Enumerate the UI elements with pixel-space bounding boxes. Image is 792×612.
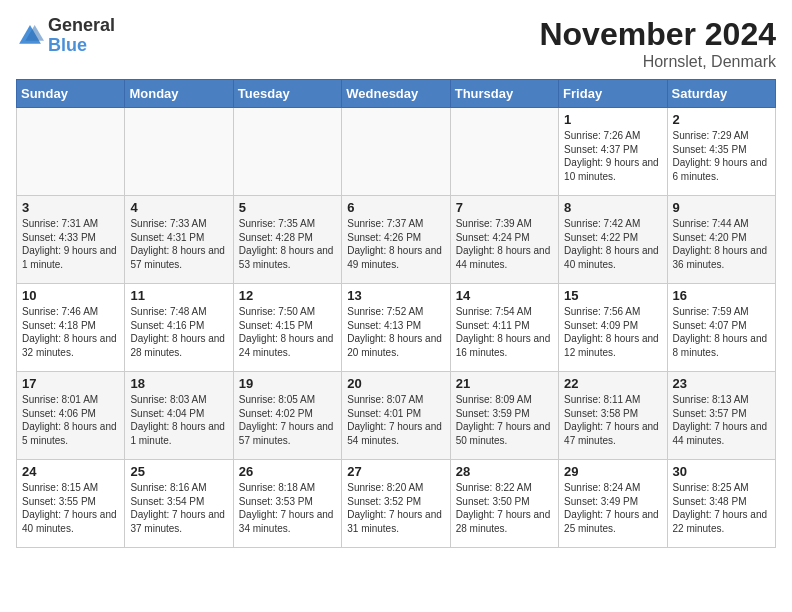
- day-cell: 11Sunrise: 7:48 AM Sunset: 4:16 PM Dayli…: [125, 284, 233, 372]
- week-row-4: 17Sunrise: 8:01 AM Sunset: 4:06 PM Dayli…: [17, 372, 776, 460]
- day-number: 19: [239, 376, 336, 391]
- day-cell: 3Sunrise: 7:31 AM Sunset: 4:33 PM Daylig…: [17, 196, 125, 284]
- day-cell: 15Sunrise: 7:56 AM Sunset: 4:09 PM Dayli…: [559, 284, 667, 372]
- header-row: SundayMondayTuesdayWednesdayThursdayFrid…: [17, 80, 776, 108]
- day-cell: 4Sunrise: 7:33 AM Sunset: 4:31 PM Daylig…: [125, 196, 233, 284]
- weekday-header-friday: Friday: [559, 80, 667, 108]
- day-cell: 8Sunrise: 7:42 AM Sunset: 4:22 PM Daylig…: [559, 196, 667, 284]
- calendar-table: SundayMondayTuesdayWednesdayThursdayFrid…: [16, 79, 776, 548]
- logo-icon: [16, 22, 44, 50]
- day-number: 13: [347, 288, 444, 303]
- day-cell: 23Sunrise: 8:13 AM Sunset: 3:57 PM Dayli…: [667, 372, 775, 460]
- day-cell: 25Sunrise: 8:16 AM Sunset: 3:54 PM Dayli…: [125, 460, 233, 548]
- day-info: Sunrise: 8:11 AM Sunset: 3:58 PM Dayligh…: [564, 393, 661, 447]
- day-number: 14: [456, 288, 553, 303]
- day-number: 4: [130, 200, 227, 215]
- day-info: Sunrise: 7:26 AM Sunset: 4:37 PM Dayligh…: [564, 129, 661, 183]
- week-row-3: 10Sunrise: 7:46 AM Sunset: 4:18 PM Dayli…: [17, 284, 776, 372]
- day-info: Sunrise: 8:07 AM Sunset: 4:01 PM Dayligh…: [347, 393, 444, 447]
- day-cell: 12Sunrise: 7:50 AM Sunset: 4:15 PM Dayli…: [233, 284, 341, 372]
- day-number: 23: [673, 376, 770, 391]
- day-info: Sunrise: 7:52 AM Sunset: 4:13 PM Dayligh…: [347, 305, 444, 359]
- weekday-header-thursday: Thursday: [450, 80, 558, 108]
- day-cell: 24Sunrise: 8:15 AM Sunset: 3:55 PM Dayli…: [17, 460, 125, 548]
- day-info: Sunrise: 7:50 AM Sunset: 4:15 PM Dayligh…: [239, 305, 336, 359]
- weekday-header-sunday: Sunday: [17, 80, 125, 108]
- day-number: 8: [564, 200, 661, 215]
- weekday-header-monday: Monday: [125, 80, 233, 108]
- day-info: Sunrise: 8:25 AM Sunset: 3:48 PM Dayligh…: [673, 481, 770, 535]
- day-cell: 17Sunrise: 8:01 AM Sunset: 4:06 PM Dayli…: [17, 372, 125, 460]
- day-number: 16: [673, 288, 770, 303]
- day-cell: 5Sunrise: 7:35 AM Sunset: 4:28 PM Daylig…: [233, 196, 341, 284]
- day-info: Sunrise: 7:59 AM Sunset: 4:07 PM Dayligh…: [673, 305, 770, 359]
- day-number: 15: [564, 288, 661, 303]
- day-number: 1: [564, 112, 661, 127]
- weekday-header-tuesday: Tuesday: [233, 80, 341, 108]
- weekday-header-saturday: Saturday: [667, 80, 775, 108]
- day-number: 17: [22, 376, 119, 391]
- day-info: Sunrise: 8:24 AM Sunset: 3:49 PM Dayligh…: [564, 481, 661, 535]
- day-number: 30: [673, 464, 770, 479]
- day-cell: 10Sunrise: 7:46 AM Sunset: 4:18 PM Dayli…: [17, 284, 125, 372]
- day-cell: 13Sunrise: 7:52 AM Sunset: 4:13 PM Dayli…: [342, 284, 450, 372]
- day-info: Sunrise: 8:15 AM Sunset: 3:55 PM Dayligh…: [22, 481, 119, 535]
- day-info: Sunrise: 7:35 AM Sunset: 4:28 PM Dayligh…: [239, 217, 336, 271]
- day-number: 11: [130, 288, 227, 303]
- logo: General Blue: [16, 16, 115, 56]
- day-info: Sunrise: 7:33 AM Sunset: 4:31 PM Dayligh…: [130, 217, 227, 271]
- day-cell: 22Sunrise: 8:11 AM Sunset: 3:58 PM Dayli…: [559, 372, 667, 460]
- day-cell: 16Sunrise: 7:59 AM Sunset: 4:07 PM Dayli…: [667, 284, 775, 372]
- day-info: Sunrise: 8:09 AM Sunset: 3:59 PM Dayligh…: [456, 393, 553, 447]
- day-info: Sunrise: 7:31 AM Sunset: 4:33 PM Dayligh…: [22, 217, 119, 271]
- day-cell: [17, 108, 125, 196]
- day-cell: 1Sunrise: 7:26 AM Sunset: 4:37 PM Daylig…: [559, 108, 667, 196]
- day-info: Sunrise: 7:29 AM Sunset: 4:35 PM Dayligh…: [673, 129, 770, 183]
- day-info: Sunrise: 8:22 AM Sunset: 3:50 PM Dayligh…: [456, 481, 553, 535]
- location: Hornslet, Denmark: [539, 53, 776, 71]
- day-info: Sunrise: 8:20 AM Sunset: 3:52 PM Dayligh…: [347, 481, 444, 535]
- day-number: 3: [22, 200, 119, 215]
- day-info: Sunrise: 7:42 AM Sunset: 4:22 PM Dayligh…: [564, 217, 661, 271]
- page-header: General Blue November 2024 Hornslet, Den…: [16, 16, 776, 71]
- day-number: 9: [673, 200, 770, 215]
- day-cell: 2Sunrise: 7:29 AM Sunset: 4:35 PM Daylig…: [667, 108, 775, 196]
- day-cell: [450, 108, 558, 196]
- title-section: November 2024 Hornslet, Denmark: [539, 16, 776, 71]
- week-row-2: 3Sunrise: 7:31 AM Sunset: 4:33 PM Daylig…: [17, 196, 776, 284]
- day-number: 2: [673, 112, 770, 127]
- day-number: 28: [456, 464, 553, 479]
- day-info: Sunrise: 7:44 AM Sunset: 4:20 PM Dayligh…: [673, 217, 770, 271]
- day-number: 26: [239, 464, 336, 479]
- day-cell: 30Sunrise: 8:25 AM Sunset: 3:48 PM Dayli…: [667, 460, 775, 548]
- day-info: Sunrise: 7:46 AM Sunset: 4:18 PM Dayligh…: [22, 305, 119, 359]
- day-number: 29: [564, 464, 661, 479]
- day-number: 27: [347, 464, 444, 479]
- week-row-1: 1Sunrise: 7:26 AM Sunset: 4:37 PM Daylig…: [17, 108, 776, 196]
- week-row-5: 24Sunrise: 8:15 AM Sunset: 3:55 PM Dayli…: [17, 460, 776, 548]
- day-number: 24: [22, 464, 119, 479]
- day-cell: 18Sunrise: 8:03 AM Sunset: 4:04 PM Dayli…: [125, 372, 233, 460]
- day-info: Sunrise: 8:05 AM Sunset: 4:02 PM Dayligh…: [239, 393, 336, 447]
- day-number: 25: [130, 464, 227, 479]
- weekday-header-wednesday: Wednesday: [342, 80, 450, 108]
- day-cell: 28Sunrise: 8:22 AM Sunset: 3:50 PM Dayli…: [450, 460, 558, 548]
- day-info: Sunrise: 8:13 AM Sunset: 3:57 PM Dayligh…: [673, 393, 770, 447]
- day-number: 10: [22, 288, 119, 303]
- day-cell: 9Sunrise: 7:44 AM Sunset: 4:20 PM Daylig…: [667, 196, 775, 284]
- day-number: 21: [456, 376, 553, 391]
- day-cell: 21Sunrise: 8:09 AM Sunset: 3:59 PM Dayli…: [450, 372, 558, 460]
- logo-blue: Blue: [48, 35, 87, 55]
- day-cell: 7Sunrise: 7:39 AM Sunset: 4:24 PM Daylig…: [450, 196, 558, 284]
- day-number: 22: [564, 376, 661, 391]
- day-cell: [342, 108, 450, 196]
- day-cell: 27Sunrise: 8:20 AM Sunset: 3:52 PM Dayli…: [342, 460, 450, 548]
- day-info: Sunrise: 8:16 AM Sunset: 3:54 PM Dayligh…: [130, 481, 227, 535]
- day-info: Sunrise: 7:48 AM Sunset: 4:16 PM Dayligh…: [130, 305, 227, 359]
- day-info: Sunrise: 8:18 AM Sunset: 3:53 PM Dayligh…: [239, 481, 336, 535]
- day-number: 7: [456, 200, 553, 215]
- day-cell: 19Sunrise: 8:05 AM Sunset: 4:02 PM Dayli…: [233, 372, 341, 460]
- logo-general: General: [48, 15, 115, 35]
- day-info: Sunrise: 8:03 AM Sunset: 4:04 PM Dayligh…: [130, 393, 227, 447]
- day-number: 18: [130, 376, 227, 391]
